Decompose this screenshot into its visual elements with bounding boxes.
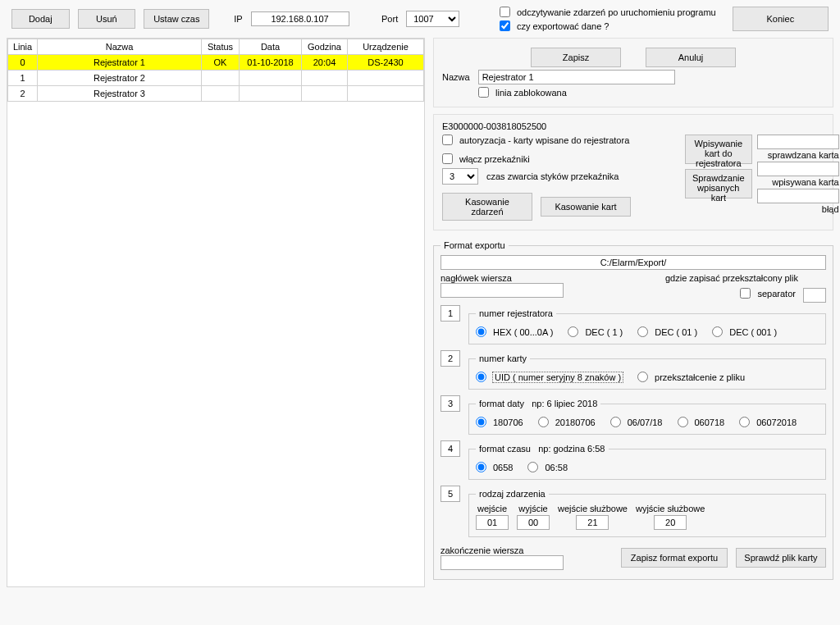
date-format-group: format daty np: 6 lipiec 2018 1807062018… [468,399,826,435]
set-time-button[interactable]: Ustaw czas [144,9,209,29]
card-num-option[interactable]: przekształcenie z pliku [637,372,745,382]
reg-num-option[interactable]: DEC ( 1 ) [568,326,623,337]
check-cards-button[interactable]: Sprawdzanie wpisanych kart [685,169,752,198]
reg-num-option[interactable]: HEX ( 00...0A ) [476,326,553,337]
ip-input[interactable] [251,11,349,26]
error-label: błąd [822,204,839,214]
event-type-input[interactable] [576,515,609,530]
clear-cards-button[interactable]: Kasowanie kart [541,197,631,217]
write-cards-button[interactable]: Wpisywanie kart do rejestratora [685,135,752,164]
top-toolbar: Dodaj Usuń Ustaw czas IP Port 1007 odczy… [7,7,833,38]
error-input[interactable] [757,189,839,203]
event-type-group: rodzaj zdarzenia wejściewyjściewejście s… [468,489,826,537]
add-button[interactable]: Dodaj [11,9,70,29]
section-2-number[interactable]: 2 [441,350,460,367]
written-card-input[interactable] [757,162,839,176]
save-export-format-button[interactable]: Zapisz format exportu [621,548,728,568]
checked-card-label: sprawdzana karta [768,150,839,160]
name-label: Nazwa [442,72,470,82]
reg-num-option[interactable]: DEC ( 001 ) [712,326,777,337]
device-id-label: E3000000-003818052500 [442,121,824,131]
time-fmt-option[interactable]: 0658 [476,462,513,472]
delete-button[interactable]: Usuń [78,9,136,29]
registrator-number-group: numer rejestratora HEX ( 00...0A )DEC ( … [468,308,826,344]
port-select[interactable]: 1007 [406,11,459,27]
section-3-number[interactable]: 3 [441,395,460,412]
cancel-button[interactable]: Anuluj [646,48,736,67]
export-checkbox[interactable]: czy exportować dane ? [500,21,716,31]
relay-enable-checkbox[interactable]: włącz przekaźniki [442,153,530,164]
relay-time-select[interactable]: 3 [442,168,478,185]
event-type-column: wyjście służbowe [636,504,705,530]
authorization-checkbox[interactable]: autoryzacja - karty wpisane do rejestrat… [442,135,629,145]
row-header-label: nagłówek wiersza [441,273,629,283]
card-num-option[interactable]: UID ( numer seryjny 8 znaków ) [476,372,623,382]
row-end-label: zakończenie wiersza [441,545,564,555]
separator-checkbox[interactable]: separator [740,288,795,299]
event-type-input[interactable] [517,515,550,530]
registrator-table[interactable]: Linia Nazwa Status Data Godzina Urządzen… [7,39,424,102]
relay-time-label: czas zwarcia styków przekaźnika [486,171,619,181]
export-path-input[interactable] [441,255,826,270]
date-fmt-option[interactable]: 180706 [476,417,523,427]
row-header-input[interactable] [441,283,564,298]
event-type-column: wejście [476,504,509,530]
section-5-number[interactable]: 5 [441,486,460,502]
written-card-label: wpisywana karta [772,177,838,187]
port-label: Port [381,14,398,24]
table-header-row: Linia Nazwa Status Data Godzina Urządzen… [8,39,424,55]
event-type-column: wyjście [517,504,550,530]
line-blocked-checkbox[interactable]: linia zablokowana [478,87,567,98]
reg-num-option[interactable]: DEC ( 01 ) [637,326,697,337]
device-panel: E3000000-003818052500 autoryzacja - kart… [433,114,833,230]
event-type-column: wejście służbowe [558,504,628,530]
row-end-input[interactable] [441,555,564,570]
time-format-group: format czasu np: godzina 6:58 065806:58 [468,444,826,480]
editor-panel: Zapisz Anuluj Nazwa linia zablokowana [433,38,833,107]
date-fmt-option[interactable]: 060718 [678,417,725,427]
separator-input[interactable] [803,288,826,303]
date-fmt-option[interactable]: 06/07/18 [610,417,663,427]
save-button[interactable]: Zapisz [531,48,621,67]
time-fmt-option[interactable]: 06:58 [527,462,568,472]
name-input[interactable] [478,70,675,84]
table-row[interactable]: 0Rejestrator 1OK01-10-201820:04DS-2430 [8,55,424,71]
section-4-number[interactable]: 4 [441,440,460,457]
event-type-input[interactable] [654,515,687,530]
date-fmt-option[interactable]: 20180706 [538,417,596,427]
finish-button[interactable]: Koniec [733,7,829,31]
read-events-checkbox[interactable]: odczytywanie zdarzeń po uruchomieniu pro… [500,7,716,17]
export-format-group: Format exportu nagłówek wiersza gdzie za… [433,240,833,580]
table-row[interactable]: 1Rejestrator 2 [8,71,424,86]
checked-card-input[interactable] [757,135,839,149]
table-row[interactable]: 2Rejestrator 3 [8,86,424,102]
ip-label: IP [234,14,242,24]
registrator-table-pane: Linia Nazwa Status Data Godzina Urządzen… [7,38,425,587]
check-card-file-button[interactable]: Sprawdź plik karty [736,548,826,568]
event-type-input[interactable] [476,515,509,530]
where-save-label: gdzie zapisać przekształcony plik [637,273,826,283]
card-number-group: numer karty UID ( numer seryjny 8 znaków… [468,354,826,390]
date-fmt-option[interactable]: 06072018 [739,417,797,427]
clear-events-button[interactable]: Kasowanie zdarzeń [442,193,532,221]
section-1-number[interactable]: 1 [441,305,460,322]
